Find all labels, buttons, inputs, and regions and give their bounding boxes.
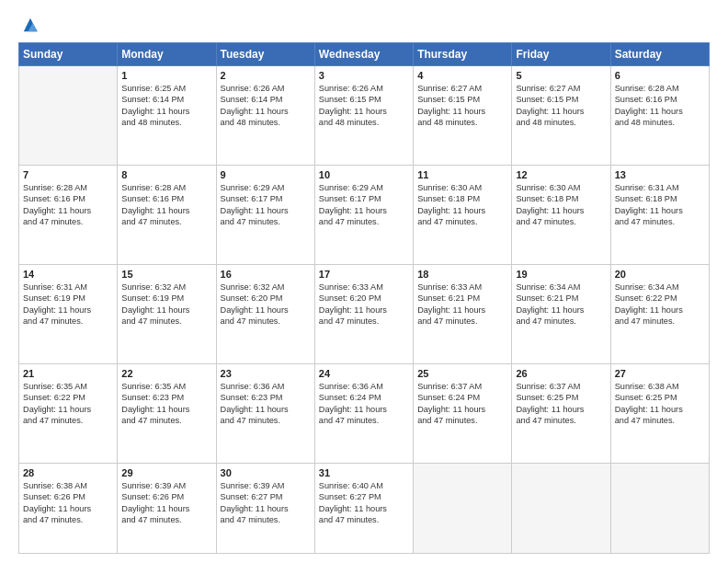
- calendar-day: 1Sunrise: 6:25 AMSunset: 6:14 PMDaylight…: [118, 66, 216, 166]
- day-info: Sunrise: 6:33 AMSunset: 6:20 PMDaylight:…: [319, 282, 409, 327]
- daylight-line1: Daylight: 11 hours: [121, 405, 189, 414]
- sunset: Sunset: 6:22 PM: [23, 393, 85, 402]
- calendar-day: 14Sunrise: 6:31 AMSunset: 6:19 PMDayligh…: [19, 264, 118, 363]
- calendar-day: 10Sunrise: 6:29 AMSunset: 6:17 PMDayligh…: [314, 165, 413, 264]
- daylight-line2: and 47 minutes.: [615, 217, 675, 226]
- day-info: Sunrise: 6:27 AMSunset: 6:15 PMDaylight:…: [516, 83, 606, 129]
- calendar-day: 30Sunrise: 6:39 AMSunset: 6:27 PMDayligh…: [216, 463, 314, 553]
- daylight-line2: and 47 minutes.: [121, 316, 181, 326]
- day-info: Sunrise: 6:38 AMSunset: 6:26 PMDaylight:…: [23, 480, 113, 526]
- day-info: Sunrise: 6:26 AMSunset: 6:14 PMDaylight:…: [221, 83, 311, 129]
- calendar-day: 31Sunrise: 6:40 AMSunset: 6:27 PMDayligh…: [314, 463, 413, 553]
- daylight-line2: and 48 minutes.: [417, 118, 477, 127]
- day-number: 24: [319, 368, 409, 379]
- sunrise: Sunrise: 6:37 AM: [516, 382, 580, 391]
- daylight-line1: Daylight: 11 hours: [319, 305, 387, 315]
- day-number: 22: [121, 368, 211, 379]
- daylight-line2: and 47 minutes.: [121, 416, 181, 425]
- sunrise: Sunrise: 6:33 AM: [417, 282, 482, 292]
- daylight-line1: Daylight: 11 hours: [319, 206, 387, 215]
- daylight-line2: and 47 minutes.: [221, 515, 280, 524]
- daylight-line1: Daylight: 11 hours: [221, 107, 289, 116]
- day-number: 31: [319, 467, 409, 478]
- daylight-line1: Daylight: 11 hours: [516, 107, 584, 116]
- sunrise: Sunrise: 6:38 AM: [615, 382, 679, 391]
- day-number: 4: [417, 70, 507, 81]
- sunrise: Sunrise: 6:36 AM: [319, 382, 383, 391]
- day-number: 23: [221, 368, 311, 379]
- calendar-day: 9Sunrise: 6:29 AMSunset: 6:17 PMDaylight…: [216, 165, 314, 264]
- sunrise: Sunrise: 6:28 AM: [121, 183, 186, 192]
- day-info: Sunrise: 6:40 AMSunset: 6:27 PMDaylight:…: [319, 480, 409, 526]
- sunset: Sunset: 6:15 PM: [417, 95, 480, 104]
- daylight-line2: and 47 minutes.: [417, 217, 477, 226]
- daylight-line2: and 48 minutes.: [319, 118, 379, 127]
- daylight-line1: Daylight: 11 hours: [121, 305, 189, 315]
- day-number: 26: [516, 368, 606, 379]
- sunset: Sunset: 6:25 PM: [516, 393, 578, 402]
- calendar-day: 15Sunrise: 6:32 AMSunset: 6:19 PMDayligh…: [118, 264, 216, 363]
- day-number: 28: [23, 467, 113, 478]
- daylight-line2: and 47 minutes.: [516, 217, 575, 226]
- sunset: Sunset: 6:15 PM: [516, 95, 578, 104]
- sunrise: Sunrise: 6:25 AM: [121, 84, 186, 93]
- sunset: Sunset: 6:19 PM: [23, 293, 85, 303]
- daylight-line2: and 47 minutes.: [121, 217, 181, 226]
- daylight-line1: Daylight: 11 hours: [615, 305, 683, 315]
- calendar-day: 21Sunrise: 6:35 AMSunset: 6:22 PMDayligh…: [19, 363, 118, 463]
- sunrise: Sunrise: 6:27 AM: [516, 84, 580, 93]
- calendar-day: [512, 463, 610, 553]
- day-header: Saturday: [610, 43, 709, 66]
- sunset: Sunset: 6:17 PM: [221, 194, 283, 203]
- day-number: 1: [121, 70, 211, 81]
- sunset: Sunset: 6:21 PM: [516, 293, 578, 303]
- day-info: Sunrise: 6:39 AMSunset: 6:26 PMDaylight:…: [121, 480, 211, 526]
- daylight-line2: and 47 minutes.: [319, 515, 379, 524]
- daylight-line2: and 47 minutes.: [121, 515, 181, 524]
- daylight-line2: and 47 minutes.: [319, 217, 379, 226]
- sunset: Sunset: 6:23 PM: [121, 393, 184, 402]
- sunset: Sunset: 6:26 PM: [121, 492, 184, 501]
- day-info: Sunrise: 6:37 AMSunset: 6:25 PMDaylight:…: [516, 381, 606, 427]
- day-header: Tuesday: [216, 43, 314, 66]
- daylight-line1: Daylight: 11 hours: [319, 504, 387, 513]
- calendar-table: SundayMondayTuesdayWednesdayThursdayFrid…: [18, 42, 710, 554]
- calendar-day: 6Sunrise: 6:28 AMSunset: 6:16 PMDaylight…: [610, 66, 709, 166]
- day-info: Sunrise: 6:31 AMSunset: 6:18 PMDaylight:…: [615, 182, 705, 228]
- daylight-line1: Daylight: 11 hours: [121, 107, 189, 116]
- day-info: Sunrise: 6:32 AMSunset: 6:19 PMDaylight:…: [121, 282, 211, 327]
- daylight-line2: and 47 minutes.: [23, 515, 83, 524]
- header: [18, 17, 710, 33]
- day-info: Sunrise: 6:32 AMSunset: 6:20 PMDaylight:…: [221, 282, 311, 327]
- daylight-line2: and 47 minutes.: [615, 316, 675, 326]
- daylight-line1: Daylight: 11 hours: [417, 405, 485, 414]
- daylight-line2: and 48 minutes.: [221, 118, 280, 127]
- week-row: 1Sunrise: 6:25 AMSunset: 6:14 PMDaylight…: [19, 66, 710, 166]
- sunrise: Sunrise: 6:26 AM: [319, 84, 383, 93]
- daylight-line2: and 47 minutes.: [221, 316, 280, 326]
- daylight-line1: Daylight: 11 hours: [615, 107, 683, 116]
- page: SundayMondayTuesdayWednesdayThursdayFrid…: [0, 0, 728, 563]
- sunrise: Sunrise: 6:35 AM: [121, 382, 186, 391]
- daylight-line2: and 47 minutes.: [516, 416, 575, 425]
- daylight-line1: Daylight: 11 hours: [23, 206, 91, 215]
- day-info: Sunrise: 6:28 AMSunset: 6:16 PMDaylight:…: [23, 182, 113, 228]
- day-number: 17: [319, 269, 409, 280]
- sunset: Sunset: 6:18 PM: [615, 194, 677, 203]
- sunrise: Sunrise: 6:34 AM: [615, 282, 679, 292]
- sunset: Sunset: 6:26 PM: [23, 492, 85, 501]
- day-info: Sunrise: 6:29 AMSunset: 6:17 PMDaylight:…: [319, 182, 409, 228]
- daylight-line2: and 47 minutes.: [221, 217, 280, 226]
- sunrise: Sunrise: 6:32 AM: [121, 282, 186, 292]
- week-row: 14Sunrise: 6:31 AMSunset: 6:19 PMDayligh…: [19, 264, 710, 363]
- calendar-day: 22Sunrise: 6:35 AMSunset: 6:23 PMDayligh…: [118, 363, 216, 463]
- sunrise: Sunrise: 6:37 AM: [417, 382, 482, 391]
- sunset: Sunset: 6:19 PM: [121, 293, 184, 303]
- daylight-line2: and 47 minutes.: [319, 316, 379, 326]
- day-number: 11: [417, 169, 507, 180]
- daylight-line2: and 47 minutes.: [221, 416, 280, 425]
- sunset: Sunset: 6:25 PM: [615, 393, 677, 402]
- sunrise: Sunrise: 6:30 AM: [417, 183, 482, 192]
- daylight-line1: Daylight: 11 hours: [23, 405, 91, 414]
- daylight-line2: and 47 minutes.: [615, 416, 675, 425]
